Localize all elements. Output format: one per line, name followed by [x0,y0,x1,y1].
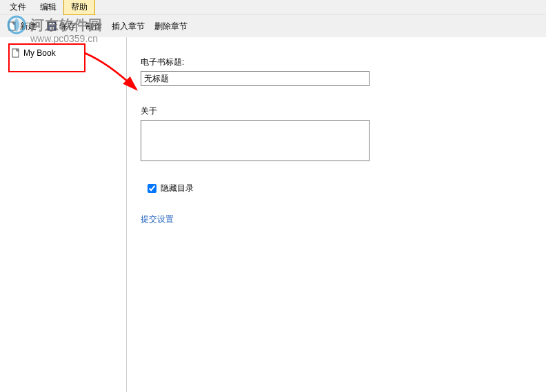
menu-file[interactable]: 文件 [3,0,33,14]
hide-toc-row: 隐藏目录 [148,183,532,194]
save-icon [46,21,57,32]
make-button[interactable]: 制作 [81,18,106,35]
sidebar: My Book [0,37,127,392]
title-label: 电子书标题: [141,56,532,68]
hide-toc-checkbox[interactable] [148,184,156,193]
new-button-label: 新建 [20,21,37,32]
menubar: 文件 编辑 帮助 [0,0,546,15]
book-icon [11,48,21,58]
save-button-label: 保存 [59,21,76,32]
make-button-label: 制作 [85,21,102,32]
tree-item-label: My Book [23,48,56,58]
title-input[interactable] [141,71,370,86]
delete-chapter-button[interactable]: 删除章节 [150,18,192,35]
about-label: 关于 [141,105,532,117]
insert-chapter-button[interactable]: 插入章节 [108,18,149,35]
tree-item-book[interactable]: My Book [8,47,121,59]
about-textarea[interactable] [141,120,370,161]
insert-chapter-label: 插入章节 [112,21,145,32]
main-area: My Book 电子书标题: 关于 隐藏目录 提交设置 [0,37,546,392]
content-panel: 电子书标题: 关于 隐藏目录 提交设置 [127,37,546,392]
toolbar: 新建 保存 制作 插入章节 删除章节 [0,15,546,37]
new-button[interactable]: 新建 [3,18,41,35]
svg-rect-2 [49,23,54,25]
submit-settings-link[interactable]: 提交设置 [141,214,532,225]
save-button[interactable]: 保存 [42,18,80,35]
menu-edit[interactable]: 编辑 [33,0,63,14]
svg-rect-3 [50,27,54,30]
delete-chapter-label: 删除章节 [154,21,188,32]
menu-help[interactable]: 帮助 [63,0,95,15]
hide-toc-label: 隐藏目录 [161,183,194,194]
new-file-icon [7,21,18,32]
